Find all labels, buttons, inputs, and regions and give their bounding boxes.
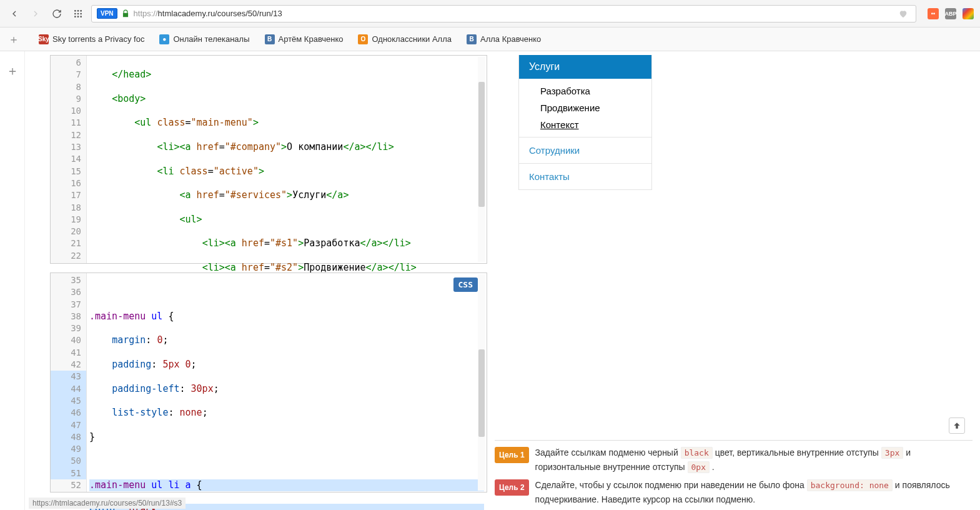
bookmark-label: Алла Кравченко (480, 34, 541, 44)
svg-point-4 (77, 12, 79, 14)
svg-point-8 (80, 16, 82, 18)
back-button[interactable] (6, 6, 22, 22)
ext-icon-translate[interactable] (963, 8, 974, 19)
svg-point-3 (74, 12, 76, 14)
svg-point-6 (74, 16, 76, 18)
bookmark-icon: B (265, 34, 275, 44)
ext-icon-abp[interactable]: ABP (945, 8, 956, 19)
heart-icon[interactable] (898, 9, 908, 19)
bookmark-item-4[interactable]: BАлла Кравченко (467, 34, 541, 44)
bookmark-icon: ● (159, 34, 169, 44)
reload-button[interactable] (49, 6, 65, 22)
bookmark-item-0[interactable]: SkySky torrents a Privacy foc (39, 34, 144, 44)
svg-point-1 (77, 10, 79, 12)
vpn-badge: VPN (97, 8, 117, 19)
browser-toolbar: VPN https://htmlacademy.ru/courses/50/ru… (0, 0, 980, 28)
bookmark-label: Одноклассники Алла (372, 34, 452, 44)
forward-button[interactable] (27, 6, 44, 22)
bookmark-item-3[interactable]: OОдноклассники Алла (358, 34, 452, 44)
url-bar[interactable]: VPN https://htmlacademy.ru/courses/50/ru… (91, 5, 916, 22)
extensions: •• ABP (921, 8, 974, 19)
svg-point-0 (74, 10, 76, 12)
bookmark-item-1[interactable]: ●Онлайн телеканалы (159, 34, 249, 44)
bookmark-label: Онлайн телеканалы (173, 34, 249, 44)
ext-icon-1[interactable]: •• (928, 8, 939, 19)
svg-point-5 (80, 12, 82, 14)
bookmark-label: Sky torrents a Privacy foc (52, 34, 144, 44)
svg-point-2 (80, 10, 82, 12)
svg-point-7 (77, 16, 79, 18)
bookmark-bar: ＋ SkySky torrents a Privacy foc●Онлайн т… (0, 28, 980, 51)
new-tab-button[interactable]: ＋ (6, 32, 21, 47)
bookmark-icon: Sky (39, 34, 49, 44)
bookmark-icon: O (358, 34, 368, 44)
lock-icon (121, 9, 130, 18)
bookmark-item-2[interactable]: BАртём Кравченко (265, 34, 344, 44)
bookmark-icon: B (467, 34, 477, 44)
bookmark-label: Артём Кравченко (279, 34, 344, 44)
url-text: https://htmlacademy.ru/courses/50/run/13 (134, 9, 894, 18)
apps-button[interactable] (70, 6, 86, 22)
